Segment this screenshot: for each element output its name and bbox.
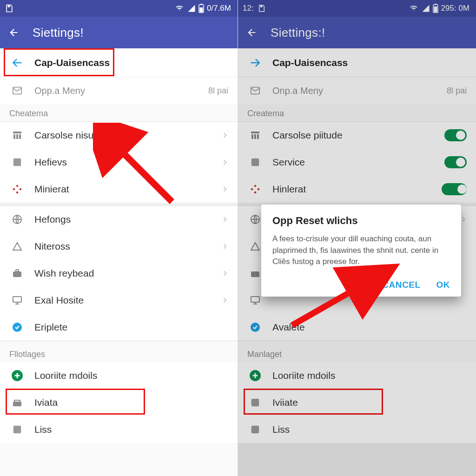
row-mail[interactable]: Opp.a Meny 8l pai — [0, 77, 238, 104]
svg-rect-27 — [257, 188, 260, 191]
svg-rect-12 — [16, 270, 19, 271]
row-iviate[interactable]: Iviiate — [238, 389, 476, 416]
svg-rect-8 — [19, 188, 22, 191]
settings-list: Cap-Uaisencass Opp.a Meny 8l pai Cheatem… — [0, 48, 238, 476]
svg-rect-17 — [13, 426, 21, 434]
page-title: Siettings! — [33, 26, 84, 40]
row-liss[interactable]: Liss — [238, 416, 476, 443]
arrow-left-blue-icon — [9, 56, 25, 69]
check-circle-icon — [247, 322, 263, 333]
row-label: Hefievs — [25, 157, 222, 168]
status-right-text: 0/7.6M — [207, 4, 231, 13]
signal-icon — [187, 4, 196, 13]
row-label: Avalete — [263, 322, 467, 333]
screenshot-left: 0/7.6M Siettings! Cap-Uaisencass Opp.a M… — [0, 0, 238, 476]
store-icon — [247, 130, 263, 141]
back-icon[interactable] — [8, 26, 20, 39]
row-looriite[interactable]: Looriite mdoils — [238, 362, 476, 389]
toggle-switch[interactable] — [444, 129, 467, 141]
row-iviata[interactable]: Iviata — [0, 389, 238, 416]
appbar: Siettings:! — [238, 17, 476, 48]
svg-rect-0 — [8, 5, 10, 7]
svg-rect-22 — [434, 7, 437, 12]
check-circle-icon — [9, 322, 25, 333]
row-label: Minierat — [25, 184, 222, 195]
ok-button[interactable]: OK — [436, 280, 450, 290]
row-label: Iviata — [25, 397, 228, 408]
square-icon — [247, 424, 263, 435]
row-carsolse[interactable]: Carsolse nisuds — [0, 122, 238, 149]
svg-rect-3 — [200, 7, 203, 12]
back-icon[interactable] — [246, 26, 258, 39]
row-hinlerat[interactable]: Hinlerat — [238, 176, 476, 203]
row-label: Hefongs — [25, 214, 222, 225]
svg-rect-5 — [13, 159, 21, 166]
row-label: Wish reybead — [25, 268, 222, 279]
row-label: Eriplete — [25, 322, 228, 333]
dialog-body: A fees to-crisule your dill euaching cou… — [272, 233, 450, 268]
page-title: Siettings:! — [271, 26, 325, 40]
svg-rect-25 — [254, 185, 257, 187]
section-header: Manlaget — [238, 341, 476, 362]
row-cap[interactable]: Cap-Uaisencass — [238, 48, 476, 77]
row-hefongs[interactable]: Hefongs — [0, 206, 238, 233]
row-carsolse[interactable]: Carsolse piitude — [238, 122, 476, 149]
cancel-button[interactable]: CANCEL — [382, 280, 420, 290]
row-label: Opp.a Meny — [25, 86, 208, 96]
toggle-switch[interactable] — [444, 156, 467, 168]
monitor-icon — [247, 295, 263, 306]
row-cap[interactable]: Cap-Uaisencass — [0, 48, 238, 77]
svg-rect-19 — [260, 6, 263, 7]
row-label: Looriite mdoils — [25, 370, 228, 381]
plus-circle-icon — [9, 370, 25, 382]
arrow-right-blue-icon — [247, 56, 263, 69]
row-liss[interactable]: Liss — [0, 416, 238, 443]
row-minierat[interactable]: Minierat — [0, 176, 238, 203]
square-icon — [9, 424, 25, 435]
row-label: Liss — [25, 424, 228, 435]
row-right: 8l pai — [447, 86, 467, 96]
row-hefievs[interactable]: Hefievs — [0, 149, 238, 176]
signal-icon — [422, 4, 430, 13]
battery-icon — [198, 4, 204, 13]
row-label: Niteross — [25, 241, 222, 252]
row-niteross[interactable]: Niteross — [0, 233, 238, 260]
wifi-icon — [174, 4, 185, 13]
svg-rect-24 — [251, 159, 259, 166]
row-wish[interactable]: Wish reybead — [0, 260, 238, 287]
svg-rect-7 — [13, 188, 15, 191]
svg-rect-21 — [435, 4, 436, 5]
row-avalete[interactable]: Avalete — [238, 314, 476, 341]
square-icon — [247, 397, 263, 408]
square-icon — [9, 157, 25, 167]
dialog-title: Opp Reset wlichs — [272, 215, 450, 227]
row-label: Carsolse nisuds — [25, 130, 222, 141]
svg-rect-28 — [254, 191, 257, 194]
row-eriplete[interactable]: Eriplete — [0, 314, 238, 341]
diamond-dots-icon — [247, 184, 263, 195]
chevron-right-icon — [222, 214, 228, 225]
row-label: Carsolse piitude — [263, 130, 444, 141]
row-looriite[interactable]: Looriite mdoils — [0, 362, 238, 389]
section-header: Fllotlages — [0, 341, 238, 362]
status-right-text: 295: 0M — [441, 4, 469, 13]
row-right: 8l pai — [208, 86, 228, 96]
toggle-switch[interactable] — [442, 183, 467, 195]
svg-rect-30 — [251, 271, 259, 277]
chevron-right-icon — [222, 241, 228, 251]
plus-circle-icon — [247, 370, 263, 382]
chevron-right-icon — [222, 130, 228, 140]
svg-rect-9 — [16, 191, 19, 194]
save-icon — [258, 4, 266, 13]
row-exal[interactable]: Exal Hosite — [0, 287, 238, 314]
row-mail[interactable]: Onp.a Meny 8l pai — [238, 77, 476, 104]
section-header: Createma — [238, 104, 476, 121]
row-label: Looriite mdoils — [263, 370, 467, 381]
svg-rect-16 — [13, 402, 21, 406]
statusbar: 0/7.6M — [0, 0, 238, 17]
row-label: Liss — [263, 424, 467, 435]
chevron-right-icon — [222, 268, 228, 278]
svg-rect-34 — [251, 399, 259, 407]
row-service[interactable]: Service — [238, 149, 476, 176]
row-label: Exal Hosite — [25, 295, 222, 306]
